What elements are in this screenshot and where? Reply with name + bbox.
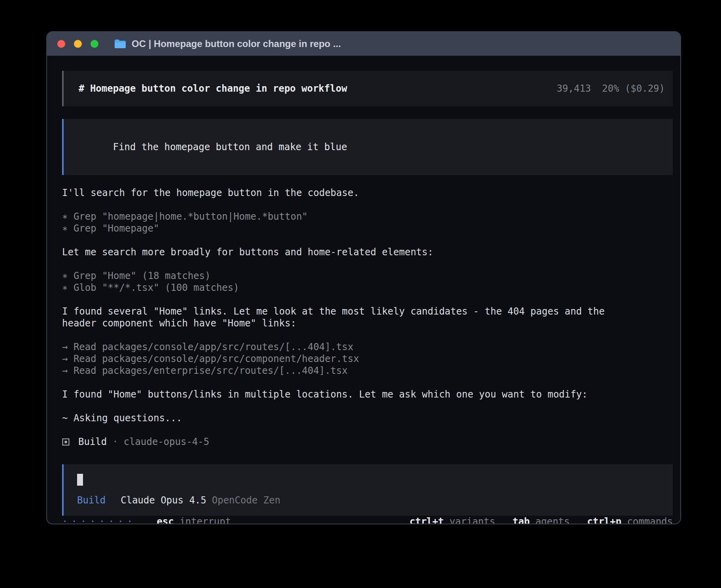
terminal-window: OC | Homepage button color change in rep… [46, 31, 681, 524]
text-cursor [77, 474, 83, 486]
tool-call-grep: ∗ Grep "Home" (18 matches) [62, 270, 673, 282]
minimize-window-button[interactable] [74, 40, 82, 48]
variants-label: variants [449, 516, 495, 524]
model-status-line: Build Claude Opus 4.5 OpenCode Zen [77, 494, 663, 506]
agent-separator: · [112, 436, 118, 448]
session-title: # Homepage button color change in repo w… [79, 83, 347, 94]
tool-call-read: → Read packages/console/app/src/componen… [62, 353, 673, 365]
ctrl-t-key[interactable]: ctrl+t [410, 516, 444, 524]
context-cost: 20% ($0.29) [602, 83, 665, 94]
ctrl-p-key[interactable]: ctrl+p [587, 516, 621, 524]
shortcut-variants[interactable]: ctrl+t variants [410, 516, 495, 524]
shortcut-interrupt[interactable]: esc interrupt [157, 516, 231, 524]
agent-icon [62, 438, 70, 446]
assistant-text: Let me search more broadly for buttons a… [62, 246, 612, 258]
tool-call-grep: ∗ Grep "homepage|home.*button|Home.*butt… [62, 211, 673, 222]
esc-key[interactable]: esc [157, 516, 174, 524]
status-bar-right: ctrl+t variants tab agents ctrl+p comman… [410, 516, 673, 524]
mode-indicator[interactable]: Build [77, 494, 106, 506]
terminal-content: # Homepage button color change in repo w… [47, 56, 680, 524]
prompt-input[interactable]: Build Claude Opus 4.5 OpenCode Zen [62, 464, 673, 516]
tool-call-glob: ∗ Glob "**/*.tsx" (100 matches) [62, 282, 673, 294]
close-window-button[interactable] [57, 40, 65, 48]
shortcut-agents[interactable]: tab agents [513, 516, 570, 524]
tool-call-grep: ∗ Grep "Homepage" [62, 222, 673, 234]
titlebar[interactable]: OC | Homepage button color change in rep… [47, 32, 680, 56]
provider-name: OpenCode Zen [212, 494, 280, 506]
commands-label: commands [627, 516, 673, 524]
session-stats: 39,413 20% ($0.29) [557, 83, 665, 94]
user-message-text: Find the homepage button and make it blu… [113, 141, 347, 153]
spinner-dots: ········ [62, 516, 136, 524]
assistant-text: I found several "Home" links. Let me loo… [62, 305, 612, 329]
tool-call-group: ∗ Grep "homepage|home.*button|Home.*butt… [62, 211, 673, 234]
status-text: ~ Asking questions... [62, 412, 612, 424]
shortcut-commands[interactable]: ctrl+p commands [587, 516, 673, 524]
assistant-text: I found "Home" buttons/links in multiple… [62, 388, 612, 400]
assistant-text: I'll search for the homepage button in t… [62, 187, 612, 199]
window-title: OC | Homepage button color change in rep… [132, 38, 341, 49]
token-count: 39,413 [557, 83, 591, 94]
tool-call-group: → Read packages/console/app/src/routes/[… [62, 341, 673, 377]
session-header: # Homepage button color change in repo w… [62, 71, 673, 106]
window-controls [57, 40, 98, 48]
status-bar-left: ········ esc interrupt [62, 516, 231, 524]
esc-label: interrupt [179, 516, 231, 524]
model-name: Claude Opus 4.5 [121, 494, 206, 506]
tool-call-read: → Read packages/console/app/src/routes/[… [62, 341, 673, 353]
folder-icon [114, 39, 126, 49]
status-bar: ········ esc interrupt ctrl+t variants t… [62, 516, 673, 524]
tool-call-read: → Read packages/enterprise/src/routes/[.… [62, 365, 673, 377]
agents-label: agents [536, 516, 570, 524]
user-message: Find the homepage button and make it blu… [62, 119, 673, 175]
agent-status-line: Build · claude-opus-4-5 [62, 436, 673, 448]
agent-name: Build [78, 436, 107, 448]
agent-model: claude-opus-4-5 [124, 436, 210, 448]
tool-call-group: ∗ Grep "Home" (18 matches) ∗ Glob "**/*.… [62, 270, 673, 294]
tab-key[interactable]: tab [513, 516, 530, 524]
zoom-window-button[interactable] [91, 40, 98, 48]
